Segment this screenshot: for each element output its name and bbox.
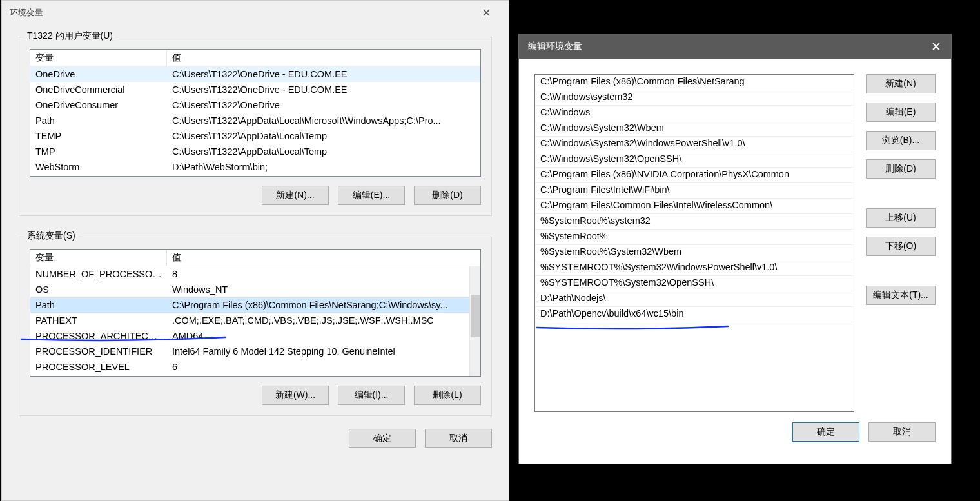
- var-name: OneDriveConsumer: [30, 100, 167, 110]
- table-header: 变量 值: [30, 50, 480, 66]
- close-icon[interactable]: ✕: [921, 34, 951, 59]
- new-user-button[interactable]: 新建(N)...: [262, 186, 329, 205]
- move-down-button[interactable]: 下移(O): [866, 237, 936, 256]
- var-name: OneDrive: [30, 69, 167, 79]
- close-icon[interactable]: ✕: [471, 3, 501, 23]
- delete-user-button[interactable]: 删除(D): [414, 186, 481, 205]
- var-value: Windows_NT: [167, 284, 469, 295]
- edit-button[interactable]: 编辑(E): [866, 103, 936, 122]
- table-row[interactable]: OneDriveCommercialC:\Users\T1322\OneDriv…: [30, 82, 480, 97]
- list-item[interactable]: %SYSTEMROOT%\System32\WindowsPowerShell\…: [535, 260, 854, 276]
- list-item[interactable]: C:\Windows\System32\Wbem: [535, 121, 854, 137]
- table-row[interactable]: WebStormD:\Path\WebStorm\bin;: [30, 159, 480, 175]
- var-value: 8: [167, 269, 469, 279]
- user-buttons: 新建(N)... 编辑(E)... 删除(D): [30, 186, 481, 205]
- var-name: TEMP: [30, 131, 167, 141]
- var-value: .COM;.EXE;.BAT;.CMD;.VBS;.VBE;.JS;.JSE;.…: [167, 315, 469, 326]
- titlebar: 环境变量 ✕: [2, 1, 509, 25]
- var-value: AMD64: [167, 331, 469, 341]
- col-name[interactable]: 变量: [30, 250, 167, 266]
- var-name: PROCESSOR_LEVEL: [30, 362, 167, 372]
- cancel-button[interactable]: 取消: [868, 422, 936, 442]
- system-vars-table[interactable]: 变量 值 NUMBER_OF_PROCESSORS8OSWindows_NTPa…: [30, 249, 481, 377]
- side-buttons: 新建(N) 编辑(E) 浏览(B)... 删除(D) 上移(U) 下移(O) 编…: [866, 74, 936, 412]
- var-value: C:\Users\T1322\AppData\Local\Temp: [167, 131, 480, 141]
- dialog-body: C:\Program Files (x86)\Common Files\NetS…: [519, 59, 951, 422]
- list-item[interactable]: D:\Path\Opencv\build\x64\vc15\bin: [535, 307, 854, 322]
- var-value: D:\Path\WebStorm\bin;: [167, 162, 480, 172]
- var-value: C:\Users\T1322\OneDrive - EDU.COM.EE: [167, 69, 480, 79]
- table-row[interactable]: OSWindows_NT: [30, 282, 469, 297]
- var-value: 6: [167, 362, 469, 372]
- list-item[interactable]: C:\Windows\System32\WindowsPowerShell\v1…: [535, 137, 854, 152]
- path-list[interactable]: C:\Program Files (x86)\Common Files\NetS…: [534, 74, 854, 412]
- new-button[interactable]: 新建(N): [866, 74, 936, 93]
- list-item[interactable]: C:\Program Files (x86)\NVIDIA Corporatio…: [535, 168, 854, 183]
- table-row[interactable]: NUMBER_OF_PROCESSORS8: [30, 266, 469, 282]
- var-name: Path: [30, 300, 167, 310]
- user-vars-legend: T1322 的用户变量(U): [24, 30, 115, 42]
- list-item[interactable]: C:\Windows: [535, 106, 854, 121]
- var-name: OneDriveCommercial: [30, 84, 167, 95]
- move-up-button[interactable]: 上移(U): [866, 208, 936, 228]
- var-name: TMP: [30, 146, 167, 157]
- dialog-buttons: 确定 取消: [519, 422, 951, 456]
- var-name: PATHEXT: [30, 315, 167, 326]
- var-value: C:\Users\T1322\OneDrive - EDU.COM.EE: [167, 84, 480, 95]
- edit-user-button[interactable]: 编辑(E)...: [338, 186, 405, 205]
- table-row[interactable]: PROCESSOR_IDENTIFIERIntel64 Family 6 Mod…: [30, 344, 469, 359]
- delete-button[interactable]: 删除(D): [866, 159, 936, 179]
- ok-button[interactable]: 确定: [349, 429, 416, 448]
- table-row[interactable]: PROCESSOR_ARCHITECTUREAMD64: [30, 328, 469, 344]
- var-name: OS: [30, 284, 167, 295]
- var-name: Path: [30, 115, 167, 126]
- list-item[interactable]: %SystemRoot%: [535, 230, 854, 245]
- list-item[interactable]: %SystemRoot%\System32\Wbem: [535, 245, 854, 260]
- edit-text-button[interactable]: 编辑文本(T)...: [866, 286, 936, 305]
- list-item[interactable]: C:\Windows\system32: [535, 90, 854, 106]
- list-item[interactable]: C:\Windows\System32\OpenSSH\: [535, 152, 854, 168]
- scrollbar-thumb[interactable]: [471, 295, 480, 337]
- delete-sys-button[interactable]: 删除(L): [414, 386, 481, 405]
- col-value[interactable]: 值: [167, 250, 480, 266]
- table-row[interactable]: PathC:\Users\T1322\AppData\Local\Microso…: [30, 113, 480, 128]
- list-item[interactable]: C:\Program Files\Intel\WiFi\bin\: [535, 183, 854, 199]
- cancel-button[interactable]: 取消: [425, 429, 492, 448]
- dialog-buttons: 确定 取消: [19, 429, 492, 448]
- var-name: PROCESSOR_IDENTIFIER: [30, 346, 167, 357]
- table-row[interactable]: OneDriveC:\Users\T1322\OneDrive - EDU.CO…: [30, 66, 480, 82]
- list-item[interactable]: %SYSTEMROOT%\System32\OpenSSH\: [535, 276, 854, 291]
- list-item[interactable]: D:\Path\Nodejs\: [535, 291, 854, 307]
- scrollbar[interactable]: [469, 266, 480, 376]
- table-header: 变量 值: [30, 250, 480, 266]
- list-item[interactable]: %SystemRoot%\system32: [535, 214, 854, 230]
- col-name[interactable]: 变量: [30, 50, 167, 66]
- var-value: Intel64 Family 6 Model 142 Stepping 10, …: [167, 346, 469, 357]
- table-row[interactable]: PATHEXT.COM;.EXE;.BAT;.CMD;.VBS;.VBE;.JS…: [30, 313, 469, 328]
- system-vars-legend: 系统变量(S): [24, 230, 78, 242]
- new-sys-button[interactable]: 新建(W)...: [262, 386, 329, 405]
- table-row[interactable]: TMPC:\Users\T1322\AppData\Local\Temp: [30, 144, 480, 159]
- table-row[interactable]: PROCESSOR_LEVEL6: [30, 359, 469, 375]
- list-item[interactable]: C:\Program Files (x86)\Common Files\NetS…: [535, 75, 854, 90]
- table-row[interactable]: PathC:\Program Files (x86)\Common Files\…: [30, 297, 469, 313]
- user-vars-table[interactable]: 变量 值 OneDriveC:\Users\T1322\OneDrive - E…: [30, 49, 481, 177]
- window-title: 环境变量: [10, 7, 471, 19]
- ok-button[interactable]: 确定: [792, 422, 859, 442]
- col-value[interactable]: 值: [167, 50, 480, 66]
- var-value: C:\Program Files (x86)\Common Files\NetS…: [167, 300, 469, 310]
- env-vars-window: 环境变量 ✕ T1322 的用户变量(U) 变量 值 OneDriveC:\Us…: [1, 0, 509, 501]
- table-row[interactable]: OneDriveConsumerC:\Users\T1322\OneDrive: [30, 97, 480, 113]
- system-buttons: 新建(W)... 编辑(I)... 删除(L): [30, 386, 481, 405]
- list-item[interactable]: C:\Program Files\Common Files\Intel\Wire…: [535, 199, 854, 214]
- var-value: C:\Users\T1322\AppData\Local\Temp: [167, 146, 480, 157]
- titlebar: 编辑环境变量 ✕: [519, 34, 951, 59]
- var-value: C:\Users\T1322\OneDrive: [167, 100, 480, 110]
- browse-button[interactable]: 浏览(B)...: [866, 131, 936, 150]
- window-title: 编辑环境变量: [528, 41, 582, 52]
- var-value: C:\Users\T1322\AppData\Local\Microsoft\W…: [167, 115, 480, 126]
- user-vars-group: T1322 的用户变量(U) 变量 值 OneDriveC:\Users\T13…: [19, 37, 492, 216]
- var-name: WebStorm: [30, 162, 167, 172]
- table-row[interactable]: TEMPC:\Users\T1322\AppData\Local\Temp: [30, 128, 480, 144]
- edit-sys-button[interactable]: 编辑(I)...: [338, 386, 405, 405]
